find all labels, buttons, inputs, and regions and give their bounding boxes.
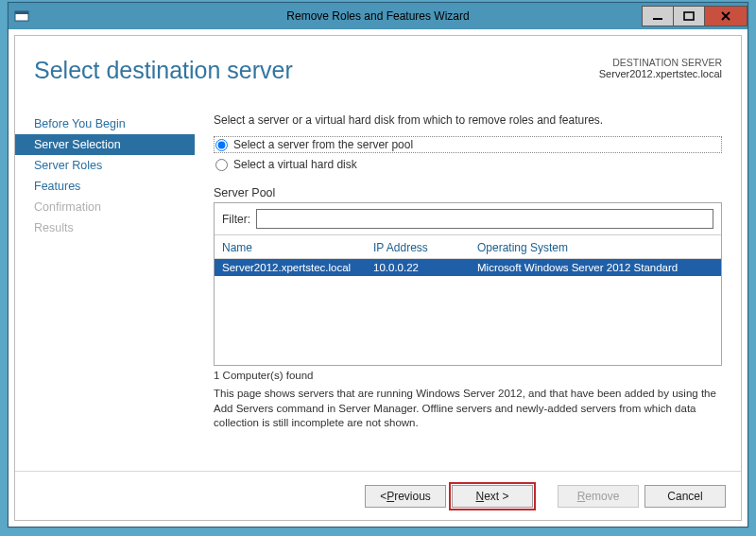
radio-vhd-row[interactable]: Select a virtual hard disk — [214, 156, 722, 173]
footer: < Previous Next > Remove Cancel — [15, 471, 741, 520]
next-button[interactable]: Next > — [452, 485, 533, 508]
col-name[interactable]: Name — [222, 241, 373, 254]
close-button[interactable] — [704, 6, 747, 26]
nav-features[interactable]: Features — [15, 176, 195, 197]
cell-name: Server2012.xpertstec.local — [222, 262, 373, 273]
destination-caption: DESTINATION SERVER — [599, 57, 722, 68]
svg-rect-1 — [15, 11, 28, 14]
maximize-button[interactable] — [673, 6, 705, 26]
wizard-window: Remove Roles and Features Wizard Select … — [8, 2, 748, 527]
previous-button[interactable]: < Previous — [365, 485, 446, 508]
destination-label: DESTINATION SERVER Server2012.xpertstec.… — [599, 57, 722, 79]
cell-ip: 10.0.0.22 — [373, 262, 477, 273]
nav-confirmation: Confirmation — [15, 197, 195, 217]
window-buttons — [643, 6, 747, 26]
page-header: Select destination server — [34, 57, 293, 84]
radio-server-pool-label: Select a server from the server pool — [233, 138, 413, 151]
minimize-button[interactable] — [642, 6, 674, 26]
radio-vhd-label: Select a virtual hard disk — [233, 158, 357, 171]
radio-server-pool-row[interactable]: Select a server from the server pool — [214, 136, 722, 153]
nav-server-selection[interactable]: Server Selection — [15, 134, 195, 155]
table-row[interactable]: Server2012.xpertstec.local 10.0.0.22 Mic… — [215, 259, 721, 276]
server-pool-label: Server Pool — [214, 186, 722, 199]
server-pool-box: Filter: Name IP Address Operating System… — [214, 202, 722, 366]
filter-input[interactable] — [256, 209, 713, 229]
help-text: This page shows servers that are running… — [214, 387, 722, 431]
cell-os: Microsoft Windows Server 2012 Standard — [477, 262, 713, 273]
nav-results: Results — [15, 217, 195, 238]
grid-header: Name IP Address Operating System — [215, 235, 721, 259]
grid-body[interactable]: Server2012.xpertstec.local 10.0.0.22 Mic… — [215, 259, 721, 365]
app-icon — [14, 9, 31, 23]
content-area: Select a server or a virtual hard disk f… — [214, 113, 722, 467]
svg-rect-3 — [684, 12, 694, 20]
found-text: 1 Computer(s) found — [214, 370, 722, 381]
destination-server: Server2012.xpertstec.local — [599, 68, 722, 79]
svg-rect-2 — [653, 18, 662, 20]
client-area: Select destination server DESTINATION SE… — [9, 29, 747, 527]
cancel-button[interactable]: Cancel — [644, 485, 726, 508]
radio-vhd[interactable] — [215, 159, 228, 171]
window-title: Remove Roles and Features Wizard — [286, 9, 469, 23]
filter-row: Filter: — [215, 203, 721, 235]
titlebar[interactable]: Remove Roles and Features Wizard — [9, 3, 747, 29]
col-os[interactable]: Operating System — [477, 241, 713, 254]
page-title: Select destination server — [34, 57, 293, 84]
inner-panel: Select destination server DESTINATION SE… — [14, 35, 742, 521]
remove-button: Remove — [558, 485, 639, 508]
radio-server-pool[interactable] — [215, 139, 228, 151]
filter-label: Filter: — [222, 213, 250, 226]
wizard-nav: Before You Begin Server Selection Server… — [15, 113, 195, 238]
col-ip[interactable]: IP Address — [373, 241, 477, 254]
nav-server-roles[interactable]: Server Roles — [15, 155, 195, 176]
instruction-text: Select a server or a virtual hard disk f… — [214, 113, 722, 127]
nav-before-you-begin[interactable]: Before You Begin — [15, 113, 195, 134]
